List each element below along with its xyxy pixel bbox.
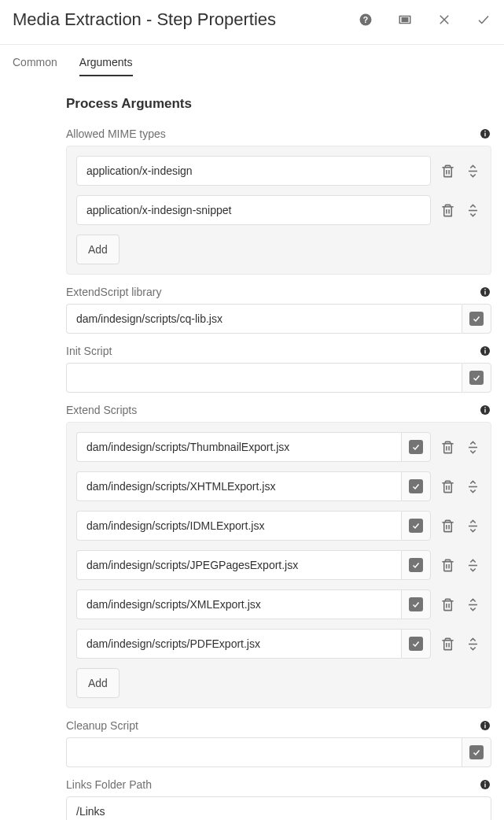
script-row — [76, 589, 481, 619]
extscripts-label: Extend Scripts — [66, 404, 137, 416]
checkmark-icon — [409, 597, 423, 611]
reorder-icon[interactable] — [464, 556, 481, 574]
reorder-icon[interactable] — [464, 478, 481, 495]
svg-rect-19 — [484, 350, 485, 354]
help-icon[interactable]: ? — [358, 12, 373, 28]
checkmark-icon — [409, 558, 423, 572]
reorder-icon[interactable] — [464, 162, 481, 179]
reorder-icon[interactable] — [464, 596, 481, 613]
fullscreen-icon[interactable] — [397, 12, 413, 28]
info-icon[interactable] — [479, 719, 491, 732]
info-icon[interactable] — [479, 404, 491, 416]
script-row — [76, 550, 481, 580]
checkmark-icon — [469, 745, 484, 759]
dialog-header: Media Extraction - Step Properties ? — [0, 0, 504, 45]
trash-icon[interactable] — [439, 438, 456, 456]
extlib-label-row: ExtendScript library — [66, 286, 491, 298]
links-label: Links Folder Path — [66, 778, 152, 791]
cleanup-row — [66, 737, 491, 767]
section-title: Process Arguments — [66, 96, 491, 112]
svg-rect-44 — [484, 722, 485, 723]
trash-icon[interactable] — [439, 162, 456, 179]
info-icon[interactable] — [479, 345, 491, 357]
trash-icon[interactable] — [439, 517, 456, 534]
checkmark-icon — [409, 637, 423, 651]
script-input[interactable] — [76, 511, 401, 541]
add-mime-button[interactable]: Add — [76, 235, 120, 264]
script-input[interactable] — [76, 550, 401, 580]
mime-label: Allowed MIME types — [66, 127, 166, 140]
picker-button[interactable] — [462, 363, 491, 393]
checkmark-icon — [469, 371, 484, 385]
svg-rect-20 — [484, 348, 485, 349]
tab-arguments[interactable]: Arguments — [79, 45, 133, 76]
info-icon[interactable] — [479, 127, 491, 140]
script-row — [76, 511, 481, 541]
trash-icon[interactable] — [439, 635, 456, 652]
svg-rect-7 — [484, 133, 485, 137]
links-label-row: Links Folder Path — [66, 778, 491, 791]
extlib-input[interactable] — [66, 304, 462, 334]
picker-button[interactable] — [401, 511, 431, 541]
script-input[interactable] — [76, 629, 401, 659]
init-label: Init Script — [66, 345, 112, 357]
reorder-icon[interactable] — [464, 438, 481, 456]
checkmark-icon — [409, 479, 423, 493]
trash-icon[interactable] — [439, 478, 456, 495]
cleanup-label-row: Cleanup Script — [66, 719, 491, 732]
svg-rect-17 — [484, 289, 485, 290]
script-input[interactable] — [76, 471, 401, 501]
picker-button[interactable] — [401, 471, 431, 501]
content: Process Arguments Allowed MIME types — [0, 77, 504, 820]
trash-icon[interactable] — [439, 556, 456, 574]
svg-text:?: ? — [363, 15, 368, 24]
checkmark-icon — [409, 440, 423, 454]
trash-icon[interactable] — [439, 596, 456, 613]
reorder-icon[interactable] — [464, 635, 481, 652]
mime-input[interactable] — [76, 195, 431, 225]
script-input[interactable] — [76, 589, 401, 619]
svg-rect-16 — [484, 291, 485, 295]
reorder-icon[interactable] — [464, 517, 481, 534]
init-input[interactable] — [66, 363, 462, 393]
picker-button[interactable] — [401, 550, 431, 580]
picker-button[interactable] — [401, 432, 431, 462]
init-row — [66, 363, 491, 393]
mime-input[interactable] — [76, 156, 431, 186]
info-icon[interactable] — [479, 778, 491, 791]
extlib-row — [66, 304, 491, 334]
picker-button[interactable] — [401, 629, 431, 659]
script-row — [76, 629, 481, 659]
svg-rect-47 — [484, 781, 485, 782]
picker-button[interactable] — [401, 589, 431, 619]
script-input[interactable] — [76, 432, 401, 462]
close-icon[interactable] — [436, 12, 452, 28]
init-label-row: Init Script — [66, 345, 491, 357]
info-icon[interactable] — [479, 286, 491, 298]
tab-common[interactable]: Common — [13, 45, 57, 76]
mime-label-row: Allowed MIME types — [66, 127, 491, 140]
trash-icon[interactable] — [439, 201, 456, 219]
add-script-button[interactable]: Add — [76, 668, 120, 698]
svg-rect-3 — [402, 18, 408, 22]
mime-row — [76, 156, 481, 186]
extscripts-label-row: Extend Scripts — [66, 404, 491, 416]
extlib-label: ExtendScript library — [66, 286, 161, 298]
picker-button[interactable] — [462, 737, 491, 767]
extscripts-group: Add — [66, 422, 491, 708]
reorder-icon[interactable] — [464, 201, 481, 219]
confirm-icon[interactable] — [476, 12, 491, 28]
svg-rect-23 — [484, 407, 485, 408]
header-actions: ? — [358, 12, 491, 28]
svg-rect-43 — [484, 725, 485, 729]
mime-group: Add — [66, 146, 491, 275]
cleanup-input[interactable] — [66, 737, 462, 767]
checkmark-icon — [469, 312, 484, 326]
svg-rect-8 — [484, 131, 485, 131]
picker-button[interactable] — [462, 304, 491, 334]
links-input[interactable] — [66, 796, 491, 820]
mime-row — [76, 195, 481, 225]
dialog-title: Media Extraction - Step Properties — [13, 9, 276, 30]
svg-rect-22 — [484, 409, 485, 413]
script-row — [76, 471, 481, 501]
